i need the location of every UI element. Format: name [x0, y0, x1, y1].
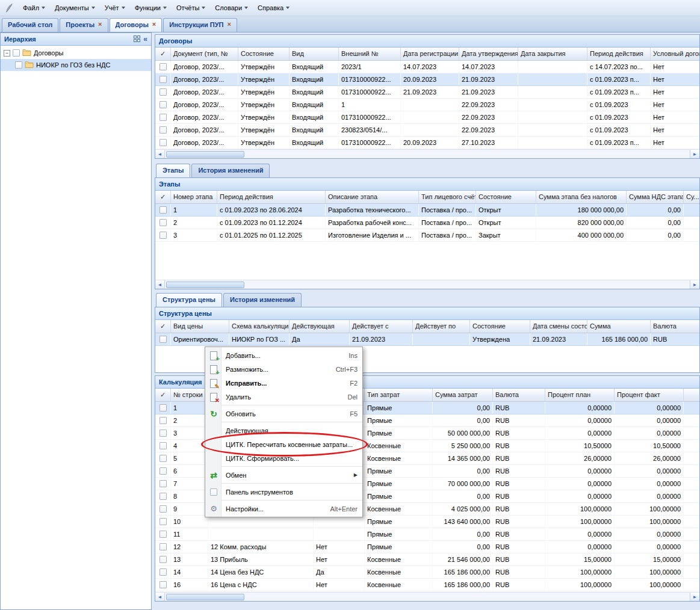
row-checkbox-cell[interactable] [155, 490, 171, 502]
grid-view-icon[interactable] [134, 35, 140, 43]
column-header[interactable]: Су... [684, 191, 699, 203]
checkbox[interactable] [160, 63, 167, 70]
checkbox[interactable] [15, 61, 22, 69]
select-all-column-header[interactable]: ✓ [155, 320, 171, 333]
column-header[interactable]: Валюта [651, 320, 699, 333]
checkbox[interactable] [160, 467, 167, 475]
menubar-item-accounting[interactable]: Учёт [100, 2, 130, 14]
column-header[interactable]: Внешний № [339, 48, 401, 60]
row-checkbox-cell[interactable] [155, 124, 171, 136]
tab-projects[interactable]: Проекты× [60, 18, 108, 32]
row-checkbox-cell[interactable] [155, 414, 171, 427]
menu-item-refresh[interactable]: ↻ Обновить F5 [205, 407, 362, 421]
checkbox[interactable] [160, 556, 167, 563]
checkbox[interactable] [160, 76, 167, 83]
checkbox[interactable] [160, 336, 167, 343]
scroll-right-arrow[interactable]: ► [690, 150, 699, 159]
row-checkbox-cell[interactable] [155, 452, 171, 464]
checkbox[interactable] [13, 49, 20, 57]
close-icon[interactable]: × [228, 21, 231, 28]
table-row[interactable]: 1313 ПрибыльНетКосвенные21 546 000,00RUB… [155, 553, 699, 566]
row-checkbox-cell[interactable] [155, 137, 171, 149]
row-checkbox-cell[interactable] [155, 516, 171, 528]
menu-item-active-price[interactable]: Действующая... [205, 424, 362, 437]
column-header[interactable]: Дата закрытия [518, 48, 587, 60]
table-row[interactable]: Договор, 2023/...УтверждёнВходящий230823… [155, 124, 699, 137]
column-header[interactable]: Процент план [545, 389, 615, 401]
table-row[interactable]: Договор, 2023/...УтверждёнВходящий2023/1… [155, 61, 699, 73]
checkbox[interactable] [160, 219, 167, 226]
table-row[interactable]: 1212 Комм. расходыНетПрямые0,00RUB0,0000… [155, 541, 699, 553]
select-all-column-header[interactable]: ✓ [155, 389, 171, 401]
tree-node-contracts[interactable]: − Договоры [1, 47, 151, 59]
table-row[interactable]: 1414 Цена без НДСДаКосвенные165 186 000,… [155, 566, 699, 579]
row-checkbox-cell[interactable] [155, 99, 171, 111]
checkbox[interactable] [160, 101, 167, 108]
menu-item-duplicate[interactable]: + Размножить... Ctrl+F3 [205, 362, 362, 376]
tab-stages-history[interactable]: История изменений [191, 164, 270, 177]
checkbox[interactable] [160, 543, 167, 550]
checkbox[interactable] [160, 232, 167, 239]
column-header[interactable]: Период действия [587, 48, 651, 60]
row-checkbox-cell[interactable] [155, 503, 171, 515]
column-header[interactable]: Состояние [238, 48, 290, 60]
tab-contracts[interactable]: Договоры× [110, 18, 163, 32]
row-checkbox-cell[interactable] [155, 427, 171, 439]
scrollbar-thumb[interactable] [166, 594, 244, 600]
scrollbar-thumb[interactable] [166, 282, 244, 288]
table-row[interactable]: Договор, 2023/...УтверждёнВходящий017310… [155, 137, 699, 149]
scroll-left-arrow[interactable]: ◄ [155, 150, 165, 159]
column-header[interactable]: Состояние [470, 320, 530, 333]
menubar-item-dictionaries[interactable]: Словари [210, 2, 253, 14]
row-checkbox-cell[interactable] [155, 566, 171, 578]
row-checkbox-cell[interactable] [155, 402, 171, 414]
column-header[interactable]: Документ (тип, № [171, 48, 238, 60]
menu-item-exchange[interactable]: ⇄ Обмен ▶ [205, 468, 362, 482]
checkbox[interactable] [160, 206, 167, 214]
column-header[interactable]: Валюта [493, 389, 545, 401]
tab-price-history[interactable]: История изменений [223, 293, 302, 307]
table-row[interactable]: 11Прямые0,00RUB0,000000,00000 [155, 528, 699, 541]
row-checkbox-cell[interactable] [155, 229, 171, 241]
scroll-right-arrow[interactable]: ► [690, 593, 699, 602]
checkbox[interactable] [160, 568, 167, 576]
column-header[interactable]: Дата смены состоя [530, 320, 587, 333]
checkbox[interactable] [160, 139, 167, 146]
menubar-item-help[interactable]: Справка [253, 2, 294, 14]
column-header[interactable]: Дата утверждения [459, 48, 518, 60]
column-header[interactable]: Тип лицевого счёт [419, 191, 476, 203]
checkbox[interactable] [160, 505, 167, 513]
row-checkbox-cell[interactable] [155, 86, 171, 98]
column-header[interactable]: Сумма этапа без налогов [536, 191, 627, 203]
checkbox[interactable] [160, 518, 167, 525]
tab-price-structure[interactable]: Структура цены [156, 293, 222, 307]
checkbox[interactable] [160, 442, 167, 449]
tab-desktop[interactable]: Рабочий стол [2, 18, 58, 32]
table-row[interactable]: 3с 01.01.2025 по 01.12.2025Изготовление … [155, 229, 699, 242]
row-checkbox-cell[interactable] [155, 204, 171, 216]
menu-item-add[interactable]: + Добавить... Ins [205, 348, 362, 362]
table-row[interactable]: Договор, 2023/...УтверждёнВходящий122.09… [155, 99, 699, 111]
table-row[interactable]: 1с 01.09.2023 по 28.06.2024Разработка те… [155, 204, 699, 217]
table-row[interactable]: 1616 Цена с НДСНетКосвенные165 186 000,0… [155, 579, 699, 591]
table-row[interactable]: Договор, 2023/...УтверждёнВходящий017310… [155, 73, 699, 86]
menu-item-toolbar-toggle[interactable]: Панель инструментов [205, 485, 362, 499]
scroll-left-arrow[interactable]: ◄ [155, 593, 165, 602]
checkbox[interactable] [160, 480, 167, 487]
column-header[interactable]: Сумма НДС этапа [627, 191, 684, 203]
row-checkbox-cell[interactable] [155, 73, 171, 85]
menu-item-delete[interactable]: ✕ Удалить Del [205, 390, 362, 404]
select-all-column-header[interactable]: ✓ [155, 48, 171, 60]
close-icon[interactable]: × [98, 21, 102, 28]
table-row[interactable]: Ориентировоч...НИОКР по ГОЗ ...Да21.09.2… [155, 333, 699, 346]
column-header[interactable]: Тип затрат [365, 389, 433, 401]
checkbox[interactable] [160, 404, 167, 411]
menu-item-edit[interactable]: ✎ Исправить... F2 [205, 376, 362, 390]
row-checkbox-cell[interactable] [155, 61, 171, 73]
row-checkbox-cell[interactable] [155, 478, 171, 490]
row-checkbox-cell[interactable] [155, 541, 171, 553]
horizontal-scrollbar[interactable]: ◄ ► [155, 592, 699, 601]
menubar-item-documents[interactable]: Документы [50, 2, 100, 14]
row-checkbox-cell[interactable] [155, 440, 171, 452]
column-header[interactable]: Схема калькуляции [229, 320, 290, 333]
